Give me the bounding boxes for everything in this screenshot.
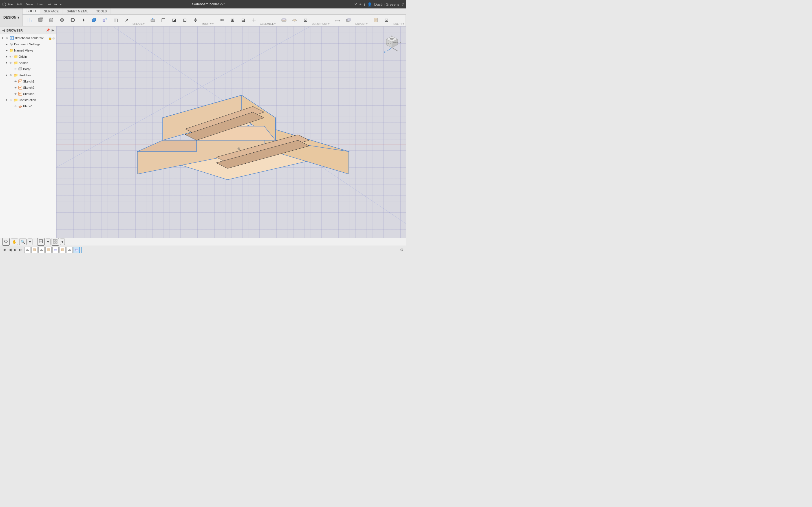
motion-link-button[interactable]: ✛: [249, 15, 259, 25]
tab-sheet-metal[interactable]: SHEET METAL: [63, 8, 92, 14]
extrude-button[interactable]: [89, 15, 99, 25]
sweep-button[interactable]: ↗: [121, 15, 132, 25]
inspect-arrow[interactable]: ▾: [366, 22, 368, 25]
tl-item-4[interactable]: [45, 247, 52, 253]
rigid-group-button[interactable]: ⊟: [238, 15, 248, 25]
account-icon[interactable]: 👤: [367, 2, 372, 6]
sphere-button[interactable]: [57, 15, 67, 25]
shell-button[interactable]: ⊡: [180, 15, 190, 25]
loft-button[interactable]: ◫: [110, 15, 121, 25]
create-arrow[interactable]: ▾: [143, 22, 145, 25]
tree-item-sketches[interactable]: ▼ 👁 📁 Sketches: [0, 72, 56, 78]
viewport[interactable]: Z+ TOP FRONT RIGHT Z: [56, 26, 406, 238]
tl-item-5[interactable]: [52, 247, 59, 253]
new-tab-icon[interactable]: +: [359, 2, 362, 6]
insert-arrow[interactable]: ▾: [403, 22, 404, 25]
timeline-start-button[interactable]: ⏮: [2, 247, 7, 252]
more-button[interactable]: ▾: [59, 2, 63, 6]
eye-construction[interactable]: 👁: [9, 99, 13, 102]
tab-tools[interactable]: TOOLS: [92, 8, 111, 14]
tree-item-bodies[interactable]: ▼ 👁 📁 Bodies: [0, 60, 56, 66]
timeline-prev-button[interactable]: ◀: [8, 247, 12, 252]
tree-item-body1[interactable]: 👁 Body1: [0, 66, 56, 72]
tl-item-7[interactable]: [66, 247, 73, 253]
timeline-settings-button[interactable]: ⚙: [400, 247, 404, 252]
timeline-next-button[interactable]: ▶: [13, 247, 17, 252]
tree-item-construction[interactable]: ▼ 👁 📁 Construction: [0, 97, 56, 103]
revolve-button[interactable]: [100, 15, 110, 25]
tab-solid[interactable]: SOLID: [22, 8, 40, 14]
eye-root[interactable]: 👁: [5, 37, 9, 40]
midplane-button[interactable]: ⊡: [300, 15, 310, 25]
orbit-button[interactable]: [2, 238, 10, 245]
tab-surface[interactable]: SURFACE: [40, 8, 63, 14]
chamfer-button[interactable]: ◪: [169, 15, 179, 25]
interference-button[interactable]: [343, 15, 354, 25]
eye-sketches[interactable]: 👁: [9, 74, 13, 77]
zoom-button[interactable]: 🔍: [19, 238, 27, 245]
menu-view[interactable]: View: [26, 3, 33, 6]
design-button[interactable]: DESIGN ▾: [0, 8, 22, 26]
tree-item-plane1[interactable]: 👁 Plane1: [0, 103, 56, 109]
assemble-arrow[interactable]: ▾: [274, 22, 276, 25]
undo-button[interactable]: ↩: [47, 2, 52, 6]
view-mode-button[interactable]: [37, 238, 45, 245]
tl-item-8[interactable]: [73, 247, 80, 253]
fillet-button[interactable]: [158, 15, 168, 25]
new-component-button[interactable]: [25, 15, 35, 25]
joint-origin-button[interactable]: ⊞: [227, 15, 238, 25]
construct-arrow[interactable]: ▾: [328, 22, 329, 25]
tree-item-named-views[interactable]: ▶ 📁 Named Views: [0, 47, 56, 54]
eye-body1[interactable]: 👁: [13, 68, 17, 71]
menu-file[interactable]: File: [8, 3, 13, 6]
tree-item-doc-settings[interactable]: ▶ Document Settings: [0, 41, 56, 47]
info-icon[interactable]: ℹ: [364, 2, 365, 6]
pan-button[interactable]: ✋: [11, 238, 18, 245]
svg-rect-15: [92, 20, 95, 22]
eye-sketch3[interactable]: 👁: [13, 93, 17, 96]
view-dropdown-button[interactable]: ▾: [46, 238, 50, 245]
torus-button[interactable]: [68, 15, 78, 25]
insert-mcmaster-button[interactable]: [371, 15, 381, 25]
display-dropdown-button[interactable]: ▾: [60, 238, 65, 245]
svg-text:TOP: TOP: [390, 38, 394, 40]
offset-plane-button[interactable]: [279, 15, 289, 25]
box-button[interactable]: [36, 15, 46, 25]
cube-nav[interactable]: Z+ TOP FRONT RIGHT Z: [380, 32, 400, 52]
cylinder-button[interactable]: [46, 15, 56, 25]
eye-bodies[interactable]: 👁: [9, 61, 13, 64]
timeline-end-button[interactable]: ⏭: [18, 247, 23, 252]
tree-item-sketch3[interactable]: 👁 Sketch3: [0, 91, 56, 97]
browser-expand-button[interactable]: ▶: [52, 29, 54, 32]
tl-item-1[interactable]: [24, 247, 31, 253]
new-joint-button[interactable]: [217, 15, 227, 25]
tl-item-2[interactable]: [31, 247, 38, 253]
tl-item-3[interactable]: [38, 247, 45, 253]
menu-edit[interactable]: Edit: [17, 3, 22, 6]
coil-button[interactable]: ✦: [79, 15, 89, 25]
tree-item-sketch1[interactable]: 👁 Sketch1: [0, 78, 56, 84]
press-pull-button[interactable]: [148, 15, 158, 25]
tree-item-origin[interactable]: ▶ 👁 📁 Origin: [0, 54, 56, 60]
insert-mesh-button[interactable]: ⊡: [382, 15, 392, 25]
tree-label-plane1: Plane1: [23, 105, 55, 108]
browser-collapse-button[interactable]: ◀: [2, 29, 5, 33]
redo-button[interactable]: ↪: [53, 2, 58, 6]
menu-insert[interactable]: Insert: [37, 3, 45, 6]
eye-sketch2[interactable]: 👁: [13, 86, 17, 89]
modify-arrow[interactable]: ▾: [212, 22, 214, 25]
offset-plane2-button[interactable]: [290, 15, 300, 25]
move-button[interactable]: ✜: [191, 15, 201, 25]
measure-button[interactable]: [333, 15, 343, 25]
zoom-dropdown-button[interactable]: ▾: [28, 238, 33, 245]
eye-sketch1[interactable]: 👁: [13, 80, 17, 83]
browser-pin-button[interactable]: 📌: [46, 29, 50, 32]
help-icon[interactable]: ?: [402, 2, 404, 6]
display-button[interactable]: [52, 238, 59, 245]
tl-item-6[interactable]: [59, 247, 66, 253]
tree-item-sketch2[interactable]: 👁 Sketch2: [0, 84, 56, 91]
eye-plane1[interactable]: 👁: [13, 105, 17, 108]
tree-item-root[interactable]: ▼ 👁 F skateboard holder v2 🔒 ◎: [0, 35, 56, 41]
close-tab-icon[interactable]: ✕: [354, 2, 357, 6]
eye-origin[interactable]: 👁: [9, 55, 13, 58]
